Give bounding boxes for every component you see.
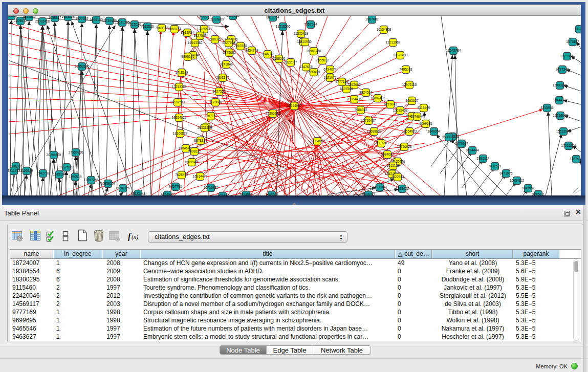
- svg-text:10210643: 10210643: [553, 114, 568, 117]
- svg-text:1615132: 1615132: [386, 164, 400, 167]
- svg-text:1498222: 1498222: [188, 149, 201, 153]
- svg-text:6794074: 6794074: [323, 68, 337, 71]
- svg-text:1167533: 1167533: [570, 157, 581, 161]
- svg-text:1571640: 1571640: [216, 194, 229, 195]
- svg-text:1058117: 1058117: [49, 16, 61, 19]
- svg-text:1065528: 1065528: [226, 16, 239, 17]
- svg-text:7986322: 7986322: [354, 108, 367, 112]
- svg-text:6466160: 6466160: [90, 18, 103, 21]
- svg-text:25300233: 25300233: [266, 112, 280, 115]
- svg-text:15692971: 15692971: [556, 129, 571, 133]
- svg-text:16099489: 16099489: [185, 160, 200, 164]
- svg-text:8454749: 8454749: [245, 49, 258, 52]
- svg-text:9327503: 9327503: [193, 34, 207, 37]
- svg-text:12260538: 12260538: [197, 27, 212, 31]
- svg-text:2803144: 2803144: [216, 76, 229, 79]
- svg-text:10973493: 10973493: [393, 53, 408, 57]
- svg-text:8660124: 8660124: [168, 27, 181, 31]
- svg-text:11923448: 11923448: [131, 192, 146, 195]
- svg-text:9896175: 9896175: [181, 55, 194, 58]
- svg-text:17016504: 17016504: [561, 144, 576, 147]
- svg-text:12975115: 12975115: [402, 83, 417, 86]
- svg-text:1803557: 1803557: [8, 16, 18, 17]
- svg-text:15716485: 15716485: [204, 186, 219, 189]
- svg-text:10107553: 10107553: [170, 100, 185, 104]
- svg-text:15720407: 15720407: [361, 119, 376, 122]
- svg-text:20053346: 20053346: [75, 64, 90, 68]
- svg-text:7955812: 7955812: [316, 58, 329, 62]
- svg-text:6216043: 6216043: [384, 102, 397, 106]
- svg-text:3875685: 3875685: [223, 51, 236, 54]
- svg-text:12213369: 12213369: [172, 85, 187, 89]
- svg-text:16914479: 16914479: [193, 174, 208, 178]
- svg-text:14136141: 14136141: [373, 185, 387, 189]
- svg-text:1244419: 1244419: [553, 98, 566, 102]
- svg-text:1588520: 1588520: [272, 57, 286, 60]
- svg-text:1640954: 1640954: [427, 129, 441, 133]
- svg-text:9227342: 9227342: [556, 68, 569, 71]
- svg-text:16154808: 16154808: [377, 28, 391, 31]
- svg-text:2087682: 2087682: [365, 17, 379, 21]
- svg-text:8215955: 8215955: [540, 106, 554, 110]
- svg-text:20091406: 20091406: [35, 19, 50, 23]
- svg-text:1350515: 1350515: [69, 175, 82, 179]
- svg-text:1810910: 1810910: [298, 40, 312, 43]
- svg-text:3267110: 3267110: [205, 114, 217, 118]
- svg-text:2867608: 2867608: [234, 44, 247, 48]
- svg-text:(x): (x): [132, 233, 138, 240]
- svg-text:1342615: 1342615: [299, 65, 313, 69]
- svg-text:17359926: 17359926: [69, 150, 83, 154]
- svg-text:3911473: 3911473: [8, 169, 20, 172]
- svg-text:19384554: 19384554: [310, 139, 325, 143]
- svg-text:6497568: 6497568: [340, 87, 353, 91]
- svg-text:19218506: 19218506: [276, 25, 291, 28]
- svg-text:3824514: 3824514: [359, 91, 373, 94]
- svg-text:1156819: 1156819: [20, 169, 33, 172]
- svg-text:16648784: 16648784: [446, 49, 461, 52]
- svg-text:9324556: 9324556: [239, 193, 253, 195]
- svg-text:9245011: 9245011: [532, 192, 545, 195]
- svg-text:9115460: 9115460: [418, 106, 430, 110]
- svg-text:18807249: 18807249: [374, 141, 389, 145]
- svg-text:9242848: 9242848: [220, 62, 233, 66]
- svg-text:8186328: 8186328: [208, 37, 222, 41]
- svg-text:9457791: 9457791: [169, 185, 182, 188]
- svg-text:12213967: 12213967: [386, 40, 401, 44]
- svg-text:5938012: 5938012: [442, 135, 455, 139]
- svg-text:7485063: 7485063: [399, 68, 412, 71]
- svg-text:7632621: 7632621: [488, 164, 502, 168]
- svg-text:10654112: 10654112: [510, 179, 525, 182]
- svg-text:16033809: 16033809: [209, 17, 224, 21]
- svg-text:2935114: 2935114: [477, 157, 490, 160]
- svg-text:9699695: 9699695: [419, 122, 432, 125]
- svg-text:3170046: 3170046: [209, 100, 222, 104]
- svg-text:1621072: 1621072: [323, 76, 337, 79]
- svg-text:10025438: 10025438: [393, 108, 408, 112]
- svg-text:10654923: 10654923: [172, 116, 187, 119]
- svg-text:7615526: 7615526: [141, 25, 154, 28]
- svg-text:9463627: 9463627: [405, 99, 419, 102]
- svg-text:19166827: 19166827: [173, 132, 188, 135]
- svg-text:9474444: 9474444: [466, 148, 479, 152]
- svg-text:8322037: 8322037: [284, 60, 297, 64]
- svg-text:20206525: 20206525: [47, 153, 61, 157]
- svg-text:1575107: 1575107: [566, 40, 579, 43]
- svg-text:9777169: 9777169: [335, 80, 349, 83]
- svg-text:16961758: 16961758: [307, 49, 321, 53]
- svg-text:10807487: 10807487: [371, 96, 385, 100]
- svg-text:19654923: 19654923: [402, 129, 417, 133]
- svg-text:9245652: 9245652: [521, 186, 535, 190]
- svg-text:8912954: 8912954: [181, 31, 194, 34]
- svg-text:9129966: 9129966: [560, 54, 574, 58]
- svg-text:9327508: 9327508: [222, 41, 235, 45]
- svg-text:8813054: 8813054: [266, 16, 279, 19]
- svg-text:9811015: 9811015: [23, 16, 36, 18]
- svg-text:9324502: 9324502: [161, 193, 174, 195]
- svg-text:16782759: 16782759: [116, 186, 130, 190]
- svg-text:7357224: 7357224: [304, 23, 317, 26]
- svg-text:2942737: 2942737: [36, 171, 50, 175]
- svg-text:17957255: 17957255: [84, 178, 99, 182]
- svg-text:16543382: 16543382: [188, 41, 203, 45]
- svg-text:10958107: 10958107: [101, 182, 116, 185]
- svg-text:2522544: 2522544: [391, 175, 404, 179]
